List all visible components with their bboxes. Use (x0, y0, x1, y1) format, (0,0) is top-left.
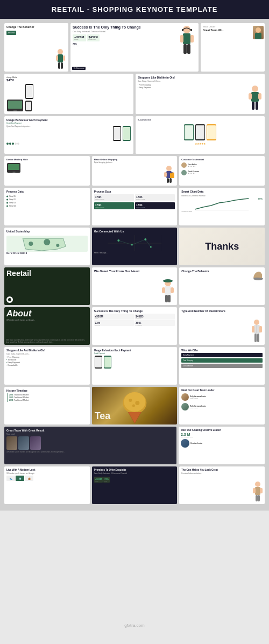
usage-desc: Quick Card Payment integration... (6, 125, 68, 128)
amazing-title: Meet Our Amazing Creative Leader (181, 429, 263, 431)
team-photo-2 (18, 436, 29, 450)
slide-success-2[interactable]: Success Is The Only Thing To Change +320… (92, 307, 178, 345)
slide-change-behavior[interactable]: Change The Behavior Welcome (4, 23, 68, 72)
leader-title: Meet Our Great Team Leader (181, 389, 263, 392)
amazing-stat: 2.3 M (181, 433, 263, 436)
page-header: REETAIL - SHOPPING KEYNOTE TEMPLATE (0, 0, 269, 19)
svg-rect-55 (254, 334, 257, 342)
testimonial-title: Customer Testimonial (181, 158, 263, 161)
slide-great-team[interactable]: Team Leader Great Team Wi... (201, 23, 265, 72)
slide-change-behavior-2[interactable]: Change The Behavior (179, 267, 265, 305)
slide-great-team-result[interactable]: Great Team With Great Result Team Lead 3… (4, 427, 176, 464)
place-title: Place Online Shopping (94, 158, 175, 161)
slide-promises[interactable]: Promises To Offer Exquisite Case Study: … (92, 466, 178, 504)
testimonial-list: First Arthur ★★★★★ Paola Ferrante ★★★★☆ (181, 162, 263, 176)
svg-rect-13 (190, 29, 192, 31)
svg-point-59 (124, 392, 145, 412)
promises-subtitle: Case Study: Indonesia E-Commerce Potenti… (94, 472, 175, 475)
team-photo-3 (30, 436, 41, 450)
svg-rect-15 (255, 33, 261, 39)
type-title: Type And Number Of Reetail Store (181, 309, 263, 313)
us-map-visual (6, 236, 88, 252)
slide-type-number[interactable]: Type And Number Of Reetail Store (179, 307, 265, 345)
greet-illustration (160, 279, 176, 304)
slide-thanks[interactable]: Thanks (179, 228, 265, 265)
slide-place-online[interactable]: Place Online Shopping Digital shopping p… (92, 156, 178, 186)
slide-title: Usage Behaviour Each Payment (6, 118, 131, 122)
slide-shoppers-like[interactable]: Shoppers Like Dislike in Ols! Case Study… (136, 74, 265, 114)
page-title: REETAIL - SHOPPING KEYNOTE TEMPLATE (52, 5, 218, 13)
slide-device-mockup[interactable]: Device Mockup Slide (4, 156, 90, 186)
promises-stats: +320M Mobile 73% Grow (94, 477, 175, 483)
svg-rect-4 (58, 62, 60, 69)
svg-rect-20 (252, 102, 254, 110)
stat-label: User Grow (73, 45, 176, 47)
live-title: Live With A Modern Look (6, 469, 88, 471)
slide-customer-testimonial[interactable]: Customer Testimonial First Arthur ★★★★★ … (179, 156, 265, 186)
slide-one-makes[interactable]: The One Makes You Look Great Premium fas… (179, 466, 265, 504)
slide-us-map[interactable]: United States Map $14.7 M $27.8 M $525.3… (4, 228, 90, 265)
slide-row-12: Live With A Modern Look 30% make a profi… (4, 466, 265, 504)
one-makes-title: The One Makes You Look Great (181, 469, 263, 471)
svg-rect-27 (169, 178, 172, 183)
phones-row (138, 124, 263, 141)
stat-box-2: $452B Phone User (87, 34, 100, 41)
slide-title: Shoppers Like Dislike in Ols! (138, 76, 263, 79)
offer-item-1: Easy Payment (181, 353, 263, 357)
svg-rect-8 (180, 35, 183, 43)
greet-title: We Greet You From Our Heart (94, 270, 175, 273)
svg-rect-5 (61, 62, 63, 69)
svg-point-22 (166, 166, 172, 171)
slide-about[interactable]: About 30% make a profit human, and thoug… (4, 307, 90, 345)
hero-subtitle: Case Study: Indonesia E-Commerce Potenti… (73, 31, 176, 33)
leaders-list: Ruly Hermana Lewis Team Leader Ruly Herm… (181, 393, 263, 411)
slide-subtitle: Case Study - Superme E-Com... (138, 80, 263, 82)
svg-rect-68 (253, 488, 256, 493)
testimonial-2: Paola Ferrante ★★★★☆ (181, 170, 263, 175)
slide-process-data-1[interactable]: Process Data Step 01 Step 02 Step 03 Ste… (4, 188, 90, 225)
svg-rect-1 (58, 54, 63, 62)
slide-get-connected[interactable]: Get Connected With Us N (92, 228, 178, 265)
stat-box-1: +320M Mobile (73, 34, 86, 41)
slide-shoppers-like-2[interactable]: Shoppers Like And Dislike In Ols! Case S… (4, 347, 90, 385)
slide-meet-leader[interactable]: Meet Our Great Team Leader Ruly Hermana … (179, 387, 265, 424)
svg-rect-24 (164, 172, 167, 177)
slide-ecommerce[interactable]: E-Commerce ★★★★★ (136, 116, 265, 154)
slide-row-2: ckup Slide $47K (4, 74, 265, 114)
slide-we-greet[interactable]: We Greet You From Our Heart (92, 267, 178, 305)
svg-rect-54 (259, 326, 262, 332)
fashion-illustration (252, 481, 264, 503)
slide-reetail-brand[interactable]: Reetail (4, 267, 90, 305)
svg-rect-26 (167, 178, 169, 183)
slide-success-hero[interactable]: Success Is The Only Thing To Change Case… (70, 23, 199, 72)
slide-usage-2[interactable]: Usage Behaviour Each Payment Quick Payme… (92, 347, 178, 385)
slide-what-we-offer[interactable]: What We Offer Easy Payment Fast Shipping… (179, 347, 265, 385)
stat-173k-3: 173K Modern Market (94, 202, 134, 209)
slide-meet-amazing[interactable]: Meet Our Amazing Creative Leader 2.3 M R… (179, 427, 265, 464)
process-title-1: Process Data (6, 190, 88, 193)
slide-smart-chart[interactable]: Smart Chart Data Indonesia E-Commerce Po… (179, 188, 265, 225)
svg-rect-11 (187, 44, 190, 54)
ecommerce-label: E - Commerce (72, 67, 86, 70)
connected-title: Get Connected With Us (94, 230, 175, 233)
team-photos (6, 436, 174, 450)
svg-rect-53 (252, 326, 254, 332)
team-photo-1 (6, 436, 17, 450)
svg-rect-3 (63, 55, 65, 61)
live-icon-3: 👜 (25, 476, 33, 481)
feature-2: Easy Payment (138, 86, 263, 89)
svg-point-31 (56, 244, 59, 247)
slide-mockup[interactable]: ckup Slide $47K (4, 74, 133, 114)
main-content: Change The Behavior Welcome Suc (0, 19, 269, 511)
chart-title: Smart Chart Data (181, 190, 263, 193)
slide-process-data-2[interactable]: Process Data 173K Modern Market 173K Mod… (92, 188, 178, 225)
shoppers-casestudy: Case Study - Superme E-Com... (6, 353, 88, 355)
leader-2: Ruly Hermana Lewis Team Leader (181, 403, 263, 411)
slide-history[interactable]: History Timeline 2001 Traditional Market… (4, 387, 90, 424)
offer-item-2: Fast Shipping (181, 358, 263, 363)
slide-usage-behaviour[interactable]: Usage Behaviour Each Payment Credit Card… (4, 116, 133, 154)
slide-live-modern[interactable]: Live With A Modern Look 30% make a profi… (4, 466, 90, 504)
map-stats: $14.7 M $27.8 M $525.3 M (6, 252, 88, 254)
step-4: Step 04 (6, 205, 88, 207)
slide-team-food[interactable]: Tea (92, 387, 178, 424)
